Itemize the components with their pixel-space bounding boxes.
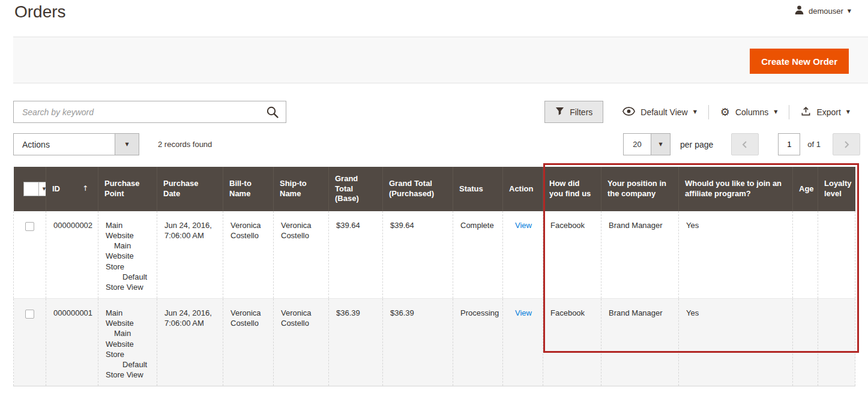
column-header-grand-total-base[interactable]: Grand Total (Base) <box>329 167 383 211</box>
cell-loyalty-level <box>818 299 855 386</box>
cell-select <box>14 211 46 299</box>
cell-action: View <box>503 211 543 299</box>
caret-down-icon: ▼ <box>848 9 851 14</box>
default-view-label: Default View <box>640 107 687 117</box>
orders-page: Orders demouser ▼ Create New Order Filte… <box>0 0 868 408</box>
column-header-status[interactable]: Status <box>453 167 503 211</box>
column-header-affiliate-program[interactable]: Whould you like to join an affiliate pro… <box>679 167 793 211</box>
pagination-bar: 20 ▼ per page of 1 <box>623 133 860 155</box>
cell-id: 000000001 <box>46 299 98 386</box>
export-label: Export <box>816 107 840 117</box>
orders-grid: ▼ ID ↑ Purchase Point Purchase Date Bill… <box>13 167 855 386</box>
gear-icon: ⚙ <box>720 107 730 118</box>
cell-position-in-company: Brand Manager <box>601 211 679 299</box>
default-view-dropdown[interactable]: Default View ▼ <box>622 101 697 123</box>
keyword-search <box>13 101 286 123</box>
cell-purchase-point: Main WebsiteMain Website StoreDefault St… <box>98 211 157 299</box>
per-page-caret[interactable]: ▼ <box>651 134 670 155</box>
previous-page-button[interactable] <box>731 133 759 155</box>
select-all-checkbox[interactable] <box>24 182 38 196</box>
table-row: 000000002 Main WebsiteMain Website Store… <box>14 211 855 299</box>
per-page-value: 20 <box>624 134 651 155</box>
caret-down-icon: ▼ <box>693 110 697 115</box>
user-icon <box>794 5 804 17</box>
cell-how-did-you-find-us: Facebook <box>543 299 601 386</box>
toolbar-divider <box>789 105 789 119</box>
orders-table-body: 000000002 Main WebsiteMain Website Store… <box>14 211 855 386</box>
export-icon <box>801 106 811 118</box>
toolbar-divider <box>708 105 709 119</box>
cell-affiliate-program: Yes <box>679 211 793 299</box>
per-page-label: per page <box>680 140 713 149</box>
cell-select <box>14 299 46 386</box>
search-icon[interactable] <box>266 106 279 119</box>
eye-icon <box>622 107 635 118</box>
cell-purchase-date: Jun 24, 2016, 7:06:00 AM <box>157 211 223 299</box>
column-header-age[interactable]: Age <box>793 167 818 211</box>
cell-action: View <box>503 299 543 386</box>
columns-label: Columns <box>735 107 768 117</box>
column-header-purchase-point[interactable]: Purchase Point <box>98 167 157 211</box>
view-link[interactable]: View <box>515 221 532 230</box>
select-all-header: ▼ <box>14 167 46 211</box>
column-header-id[interactable]: ID ↑ <box>46 167 98 211</box>
records-found-text: 2 records found <box>158 133 212 155</box>
cell-grand-total-base: $39.64 <box>329 211 383 299</box>
cell-purchase-point: Main WebsiteMain Website StoreDefault St… <box>98 299 157 386</box>
actions-select-label: Actions <box>14 134 115 155</box>
cell-status: Complete <box>453 211 503 299</box>
cell-grand-total-purchased: $39.64 <box>383 211 453 299</box>
grid-toolbar: Filters Default View ▼ ⚙ Columns ▼ Expor… <box>544 101 850 123</box>
export-dropdown[interactable]: Export ▼ <box>801 101 850 123</box>
cell-position-in-company: Brand Manager <box>601 299 679 386</box>
column-header-loyalty-level[interactable]: Loyalty level <box>818 167 855 211</box>
cell-ship-to-name: Veronica Costello <box>274 299 329 386</box>
caret-down-icon: ▼ <box>43 187 46 191</box>
total-pages-label: of 1 <box>807 140 821 149</box>
search-input[interactable] <box>13 101 286 123</box>
cell-affiliate-program: Yes <box>679 299 793 386</box>
caret-down-icon: ▼ <box>846 110 850 115</box>
cell-grand-total-purchased: $36.39 <box>383 299 453 386</box>
page-actions-band: Create New Order <box>13 37 868 83</box>
filters-button[interactable]: Filters <box>544 101 603 123</box>
row-checkbox[interactable] <box>25 222 34 231</box>
mass-actions-select[interactable]: Actions ▼ <box>13 133 139 155</box>
row-checkbox[interactable] <box>25 310 34 319</box>
column-header-how-did-you-find-us[interactable]: How did you find us <box>543 167 601 211</box>
column-header-purchase-date[interactable]: Purchase Date <box>157 167 223 211</box>
actions-select-caret[interactable]: ▼ <box>115 134 139 155</box>
cell-status: Processing <box>453 299 503 386</box>
cell-age <box>793 211 818 299</box>
cell-id: 000000002 <box>46 211 98 299</box>
column-header-bill-to-name[interactable]: Bill-to Name <box>223 167 274 211</box>
create-new-order-button[interactable]: Create New Order <box>750 49 849 74</box>
view-link[interactable]: View <box>515 308 532 317</box>
page-title: Orders <box>14 2 66 22</box>
caret-down-icon: ▼ <box>774 110 777 115</box>
cell-grand-total-base: $36.39 <box>329 299 383 386</box>
sort-ascending-icon: ↑ <box>82 184 88 194</box>
admin-user-menu[interactable]: demouser ▼ <box>794 5 851 17</box>
username-label: demouser <box>809 7 843 16</box>
cell-loyalty-level <box>818 211 855 299</box>
next-page-button[interactable] <box>833 133 860 155</box>
column-header-grand-total-purchased[interactable]: Grand Total (Purchased) <box>383 167 453 211</box>
filters-label: Filters <box>570 107 592 117</box>
cell-how-did-you-find-us: Facebook <box>543 211 601 299</box>
caret-down-icon: ▼ <box>125 142 128 147</box>
column-header-action[interactable]: Action <box>503 167 543 211</box>
select-all-control[interactable]: ▼ <box>23 182 50 196</box>
cell-bill-to-name: Veronica Costello <box>223 211 274 299</box>
columns-dropdown[interactable]: ⚙ Columns ▼ <box>720 101 778 123</box>
filter-funnel-icon <box>555 107 564 118</box>
page-number-input[interactable] <box>778 133 800 155</box>
per-page-select[interactable]: 20 ▼ <box>623 133 671 155</box>
column-header-position-in-company[interactable]: Your position in the company <box>601 167 679 211</box>
cell-bill-to-name: Veronica Costello <box>223 299 274 386</box>
cell-age <box>793 299 818 386</box>
column-header-ship-to-name[interactable]: Ship-to Name <box>274 167 329 211</box>
caret-down-icon: ▼ <box>659 142 662 147</box>
table-row: 000000001 Main WebsiteMain Website Store… <box>14 299 855 386</box>
select-all-caret[interactable]: ▼ <box>38 182 50 196</box>
